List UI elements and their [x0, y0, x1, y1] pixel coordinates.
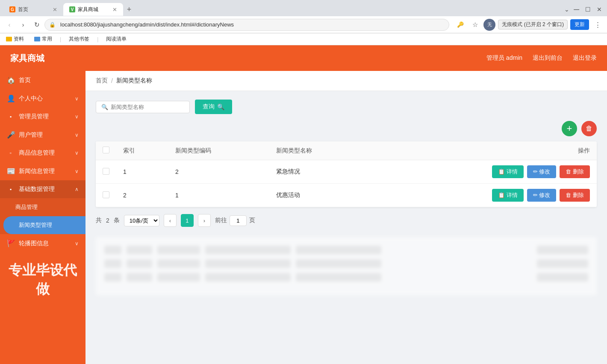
- row2-name: 优惠活动: [269, 184, 370, 207]
- search-button[interactable]: 查询 🔍: [195, 100, 232, 114]
- update-button[interactable]: 更新: [570, 19, 589, 30]
- add-button[interactable]: +: [562, 121, 577, 136]
- sidebar-item-goods[interactable]: 商品管理: [0, 198, 85, 216]
- sidebar-item-banner[interactable]: 🚩 轮播图信息 ∨: [0, 234, 85, 252]
- row2-checkbox-cell: [96, 184, 116, 207]
- sidebar-item-user-mgmt[interactable]: 🎤 用户管理 ∨: [0, 126, 85, 144]
- tab1-close[interactable]: ✕: [49, 6, 57, 13]
- bookmark-item-2[interactable]: 常用: [32, 35, 55, 44]
- sidebar-item-base-label: 基础数据管理: [19, 185, 55, 193]
- banner-icon: 🚩: [7, 239, 15, 247]
- app-body: 🏠 首页 👤 个人中心 ∨ ▪ 管理员管理 ∨ 🎤 用户管理 ∨: [0, 71, 607, 364]
- row1-code: 2: [168, 160, 269, 184]
- del-icon-2: 🗑: [566, 192, 571, 198]
- logout-link[interactable]: 退出登录: [573, 54, 597, 62]
- sidebar-item-personal[interactable]: 👤 个人中心 ∨: [0, 89, 85, 108]
- product-mgmt-icon: ▫: [7, 150, 15, 156]
- header-right: 管理员 admin 退出到前台 退出登录: [486, 54, 597, 62]
- row2-detail-button[interactable]: 📋 详情: [492, 189, 524, 202]
- row1-checkbox[interactable]: [103, 168, 109, 175]
- tab1-label: 首页: [18, 6, 28, 13]
- tab2-favicon: V: [69, 6, 75, 12]
- total-prefix: 共: [96, 217, 102, 224]
- table-body: 1 2 紧急情况 📋 详情 ✏ 修改: [96, 160, 597, 207]
- next-page-button[interactable]: ›: [198, 214, 211, 227]
- row1-delete-button[interactable]: 🗑 删除: [560, 165, 590, 178]
- row1-name: 紧急情况: [269, 160, 370, 184]
- row1-ops: 📋 详情 ✏ 修改 🗑 删除: [370, 160, 597, 184]
- detail-icon-2: 📋: [498, 192, 505, 198]
- window-restore[interactable]: ☐: [583, 6, 592, 13]
- goto-input[interactable]: [230, 215, 247, 226]
- tab2-close[interactable]: ✕: [109, 6, 117, 13]
- blurred-lower-content: [96, 237, 597, 295]
- row1-checkbox-cell: [96, 160, 116, 184]
- base-data-icon: ▪: [7, 186, 15, 192]
- menu-icon[interactable]: ⋮: [592, 19, 604, 31]
- batch-delete-button[interactable]: 🗑: [581, 121, 597, 136]
- breadcrumb: 首页 / 新闻类型名称: [85, 71, 607, 91]
- reload-button[interactable]: ↻: [31, 19, 43, 31]
- total-count: 2: [106, 217, 109, 224]
- window-search-icon[interactable]: ⌄: [564, 6, 569, 13]
- breadcrumb-separator: /: [111, 77, 113, 84]
- prev-page-button[interactable]: ‹: [164, 214, 177, 227]
- row2-edit-button[interactable]: ✏ 修改: [527, 189, 557, 202]
- admin-label: 管理员 admin: [486, 54, 522, 62]
- sidebar-item-news-type[interactable]: 新闻类型管理: [3, 216, 85, 234]
- search-input-wrap: 🔍: [96, 101, 190, 113]
- sidebar-item-news-mgmt[interactable]: 📰 新闻信息管理 ∨: [0, 162, 85, 180]
- bookmark-item-1[interactable]: 资料: [3, 35, 27, 44]
- app-header: 家具商城 管理员 admin 退出到前台 退出登录: [0, 45, 607, 71]
- frontend-link[interactable]: 退出到前台: [533, 54, 563, 62]
- bookmark-icon[interactable]: ☆: [469, 19, 481, 31]
- forward-button[interactable]: ›: [17, 19, 29, 31]
- personal-arrow: ∨: [75, 96, 79, 102]
- pagination-bar: 共 2 条 10条/页 20条/页 50条/页 ‹ 1 ›: [96, 207, 597, 230]
- search-input[interactable]: [111, 104, 179, 110]
- row2-ops: 📋 详情 ✏ 修改 🗑 删除: [370, 184, 597, 207]
- password-manager-icon[interactable]: 🔑: [454, 19, 466, 31]
- sidebar-item-product-mgmt[interactable]: ▫ 商品信息管理 ∨: [0, 144, 85, 162]
- sidebar-item-base-data[interactable]: ▪ 基础数据管理 ∧: [0, 180, 85, 198]
- header-code: 新闻类型编码: [168, 141, 269, 160]
- tab-2[interactable]: V 家具商城 ✕: [63, 3, 123, 16]
- table-header: 索引 新闻类型编码 新闻类型名称 操作: [96, 141, 597, 160]
- back-button[interactable]: ‹: [3, 19, 15, 31]
- select-all-checkbox[interactable]: [103, 147, 109, 153]
- news-mgmt-icon: 📰: [7, 167, 15, 175]
- sidebar-item-home[interactable]: 🏠 首页: [0, 71, 85, 89]
- tab-bar: G 首页 ✕ V 家具商城 ✕ + ⌄ ─ ☐ ✕: [0, 0, 607, 16]
- profile-button[interactable]: 无: [483, 19, 495, 31]
- edit-icon-2: ✏: [533, 192, 538, 198]
- goto-prefix: 前往: [215, 217, 227, 224]
- window-minimize[interactable]: ─: [572, 5, 581, 14]
- bookmark-separator: |: [60, 36, 61, 42]
- row1-edit-button[interactable]: ✏ 修改: [527, 165, 557, 178]
- window-close[interactable]: ✕: [595, 6, 604, 13]
- sidebar-item-admin-label: 管理员管理: [19, 113, 49, 120]
- browser-toolbar: ‹ › ↻ 🔒 localhost:8080/jiajushangcheng/a…: [0, 16, 607, 33]
- search-btn-label: 查询: [203, 103, 215, 111]
- toolbar-right: 🔑 ☆ 无 无痕模式 (已开启 2 个窗口) 更新 ⋮: [454, 19, 604, 31]
- prev-icon: ‹: [169, 217, 171, 224]
- sidebar-item-personal-label: 个人中心: [19, 95, 43, 103]
- row1-detail-button[interactable]: 📋 详情: [492, 165, 524, 178]
- page-size-select[interactable]: 10条/页 20条/页 50条/页: [124, 215, 159, 226]
- sidebar-item-product-label: 商品信息管理: [19, 149, 55, 157]
- incognito-mode-text: 无痕模式 (已开启 2 个窗口): [498, 20, 568, 29]
- breadcrumb-home[interactable]: 首页: [96, 77, 108, 85]
- bookmark-item-3[interactable]: 其他书签: [66, 35, 92, 44]
- bookmark-separator-2: |: [97, 36, 98, 42]
- header-checkbox-col: [96, 141, 116, 160]
- sidebar-item-admin-mgmt[interactable]: ▪ 管理员管理 ∨: [0, 108, 85, 126]
- new-tab-button[interactable]: +: [123, 3, 135, 15]
- row2-checkbox[interactable]: [103, 191, 109, 198]
- row2-delete-button[interactable]: 🗑 删除: [560, 189, 590, 202]
- personal-icon: 👤: [7, 94, 15, 103]
- bookmark-item-4[interactable]: 阅读清单: [103, 35, 129, 44]
- table-header-row: 索引 新闻类型编码 新闻类型名称 操作: [96, 141, 597, 160]
- page-1-button[interactable]: 1: [181, 214, 194, 227]
- tab-1[interactable]: G 首页 ✕: [3, 3, 63, 16]
- url-bar[interactable]: 🔒 localhost:8080/jiajushangcheng/admin/d…: [44, 19, 449, 31]
